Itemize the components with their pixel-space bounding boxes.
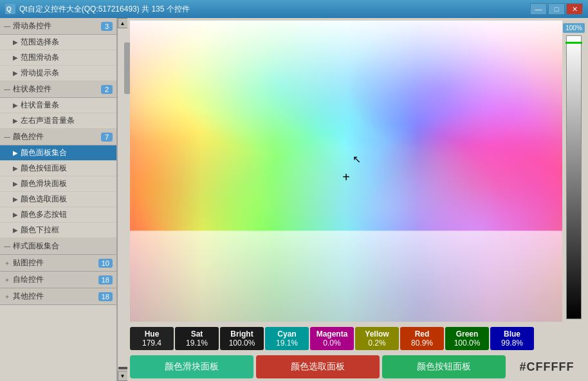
maximize-button[interactable]: □ (548, 3, 565, 15)
plus-icon: ＋ (4, 292, 10, 301)
sidebar-item-label: 左右声道音量条 (21, 115, 75, 126)
sidebar-group-image[interactable]: ＋ 贴图控件 10 (0, 255, 116, 272)
plus-icon: ＋ (4, 275, 10, 284)
brightness-slider-panel: 100% (562, 21, 585, 322)
chevron-right-icon: ▶ (13, 70, 18, 77)
hue-value-box[interactable]: Hue 179.4 (130, 327, 174, 350)
blue-value: 99.8% (501, 339, 523, 348)
bright-value-box[interactable]: Bright 100.0% (220, 327, 264, 350)
sidebar-group-color[interactable]: — 颜色控件 7 (0, 129, 116, 145)
chevron-right-icon: ▶ (13, 117, 18, 124)
window-title: Qt自定义控件大全(QQ:517216493) 共 135 个控件 (19, 4, 530, 15)
sidebar-scrollbar[interactable]: ▲ ▼ (117, 18, 127, 381)
content-area: + ↖ 100% Hue 179.4 Sat 19.1% (127, 18, 588, 381)
chevron-right-icon: ▶ (13, 227, 18, 234)
sidebar-group-other-label: 其他控件 (13, 291, 98, 302)
sidebar-group-image-badge: 10 (98, 259, 113, 268)
chevron-right-icon: ▶ (13, 54, 18, 61)
sidebar-group-draw[interactable]: ＋ 自绘控件 18 (0, 272, 116, 288)
svg-rect-17 (130, 231, 562, 322)
sidebar-item-label: 滑动提示条 (21, 68, 59, 79)
scroll-down-button[interactable]: ▼ (118, 371, 128, 381)
collapse-icon: — (4, 23, 10, 30)
magenta-value-box[interactable]: Magenta 0.0% (310, 327, 354, 350)
sidebar-item-label: 颜色多态按钮 (21, 209, 67, 220)
sidebar: — 滑动条控件 3 ▶ 范围选择条 ▶ 范围滑动条 ▶ 滑动提示条 — 柱状条控… (0, 18, 117, 381)
sidebar-group-column[interactable]: — 柱状条控件 2 (0, 81, 116, 98)
sidebar-group-other[interactable]: ＋ 其他控件 18 (0, 288, 116, 305)
sidebar-item-label: 范围滑动条 (21, 52, 59, 63)
sidebar-item-color-panel[interactable]: ▶ 颜色面板集合 (0, 145, 116, 161)
bright-label: Bright (230, 330, 253, 339)
sidebar-group-slider-label: 滑动条控件 (13, 21, 101, 32)
main-container: — 滑动条控件 3 ▶ 范围选择条 ▶ 范围滑动条 ▶ 滑动提示条 — 柱状条控… (0, 18, 588, 381)
red-value-box[interactable]: Red 80.9% (400, 327, 444, 350)
sidebar-group-slider-badge: 3 (101, 22, 113, 31)
chevron-right-icon: ▶ (13, 39, 18, 46)
color-buttons-panel-button[interactable]: 颜色按钮面板 (382, 355, 506, 378)
sidebar-item-color-slider[interactable]: ▶ 颜色滑块面板 (0, 176, 116, 192)
sat-value: 19.1% (186, 339, 208, 348)
blue-value-box[interactable]: Blue 99.8% (490, 327, 534, 350)
collapse-icon: — (4, 243, 10, 250)
sidebar-item-slide-tip[interactable]: ▶ 滑动提示条 (0, 66, 116, 81)
color-slider-panel-button[interactable]: 颜色滑块面板 (130, 355, 253, 378)
chevron-right-icon: ▶ (13, 196, 18, 203)
sidebar-item-color-multi[interactable]: ▶ 颜色多态按钮 (0, 207, 116, 223)
scroll-grip (118, 367, 127, 369)
sidebar-item-stereo-bar[interactable]: ▶ 左右声道音量条 (0, 113, 116, 129)
sidebar-item-label: 范围选择条 (21, 37, 59, 48)
green-value: 100.0% (454, 339, 481, 348)
sidebar-item-volume-bar[interactable]: ▶ 柱状音量条 (0, 98, 116, 113)
sidebar-item-label: 柱状音量条 (21, 100, 59, 111)
color-selector-panel-button[interactable]: 颜色选取面板 (256, 355, 380, 378)
brightness-label: 100% (563, 23, 585, 33)
sat-value-box[interactable]: Sat 19.1% (175, 327, 219, 350)
color-panel-container: + ↖ 100% (127, 18, 588, 324)
sidebar-item-range-slider[interactable]: ▶ 范围滑动条 (0, 50, 116, 66)
sidebar-item-label: 颜色下拉框 (21, 225, 59, 236)
chevron-right-icon: ▶ (13, 180, 18, 187)
sidebar-group-style[interactable]: — 样式面板集合 (0, 238, 116, 255)
sidebar-item-label: 颜色面板集合 (21, 147, 67, 158)
sidebar-item-color-picker[interactable]: ▶ 颜色选取面板 (0, 192, 116, 207)
brightness-bar[interactable] (566, 35, 582, 319)
close-button[interactable]: ✕ (566, 3, 583, 15)
scroll-up-button[interactable]: ▲ (118, 18, 128, 28)
sidebar-item-label: 颜色选取面板 (21, 194, 67, 205)
chevron-right-icon: ▶ (13, 102, 18, 109)
green-value-box[interactable]: Green 100.0% (445, 327, 489, 350)
bottom-bar: 颜色滑块面板 颜色选取面板 颜色按钮面板 #CFFFFF (127, 353, 588, 381)
minimize-button[interactable]: — (530, 3, 547, 15)
sidebar-item-label: 颜色按钮面板 (21, 163, 67, 174)
sidebar-item-range-select[interactable]: ▶ 范围选择条 (0, 35, 116, 50)
yellow-label: Yellow (365, 330, 389, 339)
app-icon: Q (5, 4, 15, 14)
color-gradient-svg (130, 21, 562, 322)
cyan-value-box[interactable]: Cyan 19.1% (265, 327, 309, 350)
chevron-right-icon: ▶ (13, 149, 18, 156)
magenta-label: Magenta (317, 330, 348, 339)
window-controls: — □ ✕ (530, 3, 583, 15)
sidebar-item-color-button[interactable]: ▶ 颜色按钮面板 (0, 161, 116, 176)
collapse-icon: — (4, 133, 10, 140)
yellow-value-box[interactable]: Yellow 0.2% (355, 327, 399, 350)
yellow-value: 0.2% (368, 339, 385, 348)
cyan-value: 19.1% (276, 339, 298, 348)
sidebar-group-slider[interactable]: — 滑动条控件 3 (0, 18, 116, 35)
sidebar-group-column-badge: 2 (101, 85, 113, 94)
sidebar-item-label: 颜色滑块面板 (21, 178, 67, 189)
sidebar-group-color-badge: 7 (101, 133, 113, 142)
sidebar-group-draw-label: 自绘控件 (13, 274, 98, 285)
chevron-right-icon: ▶ (13, 211, 18, 218)
hex-color-display: #CFFFFF (508, 355, 585, 378)
color-canvas[interactable]: + ↖ (130, 21, 562, 322)
color-canvas-wrapper[interactable]: + ↖ (130, 21, 562, 322)
blue-label: Blue (504, 330, 520, 339)
chevron-right-icon: ▶ (13, 165, 18, 172)
sidebar-group-style-label: 样式面板集合 (13, 241, 113, 252)
brightness-handle[interactable] (565, 42, 582, 44)
color-values-bar: Hue 179.4 Sat 19.1% Bright 100.0% Cyan 1… (127, 324, 588, 353)
hue-label: Hue (145, 330, 160, 339)
sidebar-item-color-dropdown[interactable]: ▶ 颜色下拉框 (0, 223, 116, 238)
